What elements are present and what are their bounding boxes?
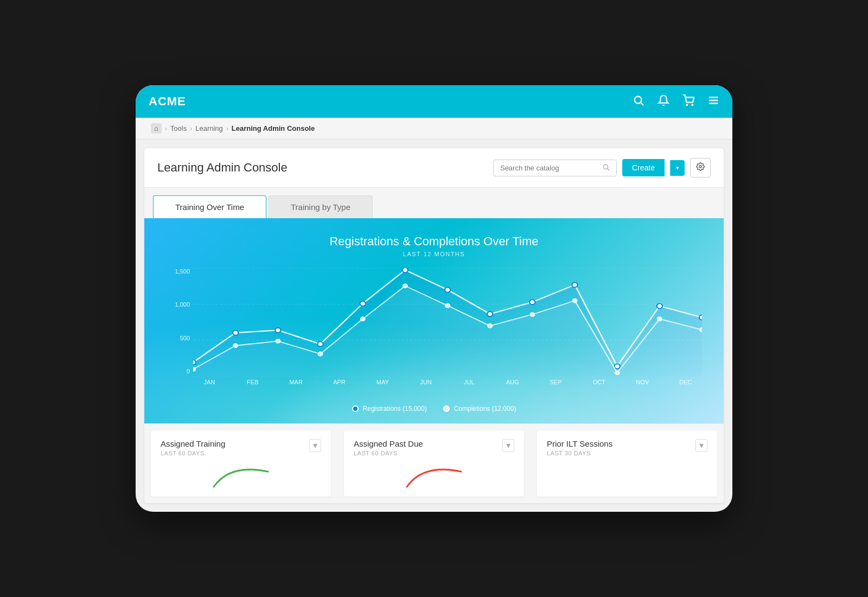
- svg-point-30: [318, 352, 322, 356]
- svg-point-38: [658, 317, 662, 321]
- tab-training-over-time[interactable]: Training Over Time: [153, 195, 266, 218]
- search-box: [493, 160, 617, 176]
- svg-point-28: [233, 344, 238, 347]
- legend-registrations-label: Registrations (15,000): [363, 405, 427, 412]
- breadcrumb-learning[interactable]: Learning: [195, 124, 223, 132]
- y-axis: 0 500 1,000 1,500: [166, 268, 190, 377]
- search-input[interactable]: [500, 164, 598, 172]
- chart-plot: [193, 268, 702, 377]
- legend-completions: Completions (12,000): [443, 405, 516, 412]
- svg-point-7: [603, 164, 608, 169]
- breadcrumb-tools[interactable]: Tools: [170, 124, 187, 132]
- create-button[interactable]: Create: [622, 159, 665, 176]
- svg-line-1: [641, 103, 643, 105]
- chart-subtitle: LAST 12 MONTHS: [166, 251, 702, 257]
- breadcrumb-current: Learning Admin Console: [232, 124, 315, 132]
- svg-point-20: [445, 287, 450, 292]
- svg-point-37: [615, 371, 619, 374]
- breadcrumb: ⌂ › Tools › Learning › Learning Admin Co…: [136, 118, 732, 139]
- card-assigned-training-chart: [161, 461, 321, 488]
- notification-icon[interactable]: [658, 94, 669, 109]
- svg-point-39: [700, 328, 702, 332]
- svg-point-31: [360, 317, 365, 321]
- svg-point-34: [488, 324, 492, 328]
- card-assigned-training-header: Assigned Training LAST 60 DAYS ▾: [161, 439, 321, 456]
- svg-point-36: [572, 298, 577, 302]
- card-assigned-training-subtitle: LAST 60 DAYS: [161, 450, 225, 456]
- x-axis-labels: JAN FEB MAR APR MAY JUN JUL AUG SEP OCT …: [193, 379, 702, 398]
- chart-area: Registrations & Completions Over Time LA…: [144, 218, 724, 423]
- card-assigned-past-due-subtitle: LAST 60 DAYS: [354, 450, 423, 456]
- svg-point-35: [530, 313, 534, 316]
- card-assigned-past-due-title: Assigned Past Due: [354, 439, 423, 448]
- chart-legend: Registrations (15,000) Completions (12,0…: [166, 405, 702, 412]
- main-content: Learning Admin Console Create ▾: [144, 148, 724, 503]
- card-assigned-past-due: Assigned Past Due LAST 60 DAYS ▾: [344, 430, 524, 497]
- legend-dot-registrations: [352, 405, 359, 412]
- tab-training-by-type[interactable]: Training by Type: [269, 195, 373, 218]
- card-prior-ilt-sessions-menu[interactable]: ▾: [695, 439, 707, 452]
- svg-point-15: [233, 331, 238, 335]
- chart-title: Registrations & Completions Over Time: [166, 234, 702, 249]
- svg-point-0: [635, 96, 642, 103]
- tabs-row: Training Over Time Training by Type: [144, 188, 724, 218]
- chart-container: 0 500 1,000 1,500: [166, 268, 702, 398]
- svg-point-25: [657, 303, 662, 308]
- cart-icon[interactable]: [682, 94, 694, 109]
- svg-line-8: [608, 168, 609, 170]
- svg-point-2: [686, 104, 687, 105]
- svg-point-21: [487, 312, 493, 316]
- svg-point-16: [275, 328, 280, 333]
- settings-button[interactable]: [690, 158, 711, 177]
- legend-registrations: Registrations (15,000): [352, 405, 427, 412]
- page-header: Learning Admin Console Create ▾: [144, 148, 724, 188]
- svg-point-26: [699, 315, 702, 320]
- device-frame: ACME: [136, 85, 732, 512]
- create-dropdown-button[interactable]: ▾: [670, 160, 685, 176]
- svg-point-17: [317, 341, 323, 346]
- card-prior-ilt-sessions-chart: [547, 461, 707, 488]
- card-assigned-past-due-menu[interactable]: ▾: [502, 439, 514, 452]
- legend-dot-completions: [443, 405, 450, 412]
- svg-point-24: [614, 364, 620, 369]
- svg-point-33: [445, 303, 450, 307]
- menu-icon[interactable]: [707, 94, 719, 109]
- app-logo: ACME: [149, 94, 633, 109]
- header-controls: Create ▾: [493, 158, 711, 177]
- card-prior-ilt-sessions-subtitle: LAST 30 DAYS: [547, 450, 612, 456]
- svg-point-22: [529, 300, 535, 304]
- card-prior-ilt-sessions-header: Prior ILT Sessions LAST 30 DAYS ▾: [547, 439, 707, 456]
- card-prior-ilt-sessions-title: Prior ILT Sessions: [547, 439, 612, 448]
- svg-point-14: [193, 360, 196, 365]
- svg-point-27: [193, 367, 195, 371]
- svg-point-18: [360, 301, 365, 306]
- top-nav: ACME: [136, 85, 732, 118]
- search-small-icon: [602, 163, 610, 173]
- card-assigned-training-title: Assigned Training: [161, 439, 225, 448]
- card-assigned-past-due-chart: [354, 461, 514, 488]
- card-assigned-training-menu[interactable]: ▾: [309, 439, 321, 452]
- card-assigned-training: Assigned Training LAST 60 DAYS ▾: [151, 430, 331, 497]
- cards-row: Assigned Training LAST 60 DAYS ▾ Assigne…: [144, 423, 724, 503]
- card-assigned-past-due-header: Assigned Past Due LAST 60 DAYS ▾: [354, 439, 514, 456]
- legend-completions-label: Completions (12,000): [454, 405, 516, 412]
- card-prior-ilt-sessions: Prior ILT Sessions LAST 30 DAYS ▾: [537, 430, 717, 497]
- page-title: Learning Admin Console: [157, 161, 288, 175]
- nav-icons: [633, 94, 719, 109]
- search-icon[interactable]: [633, 94, 644, 109]
- breadcrumb-home[interactable]: ⌂: [151, 123, 162, 134]
- svg-point-9: [699, 166, 701, 168]
- svg-point-19: [403, 268, 408, 272]
- svg-point-3: [692, 104, 693, 105]
- svg-point-29: [276, 339, 280, 343]
- svg-point-23: [572, 282, 577, 287]
- svg-point-32: [403, 284, 407, 288]
